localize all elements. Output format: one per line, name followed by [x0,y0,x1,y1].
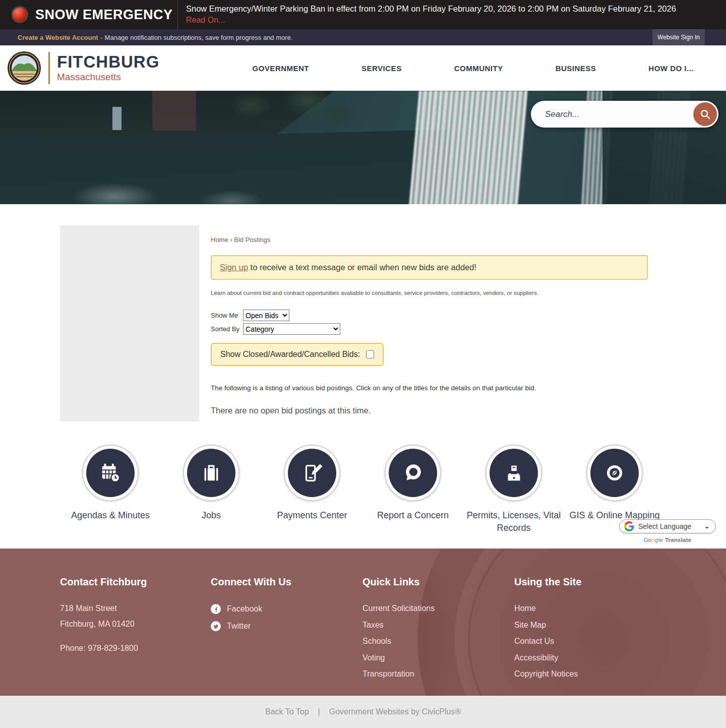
footer-connect-heading: Connect With Us [211,576,362,588]
show-me-row: Show Me Open Bids [211,310,654,321]
sorted-by-row: Sorted By Category [211,323,654,335]
nav-how-do-i[interactable]: HOW DO I... [648,64,694,73]
google-letter: G [644,537,648,543]
create-account-link[interactable]: Create a Website Account [18,34,98,41]
permits-label[interactable]: Permits, Licenses, Vital Records [466,509,562,534]
nav-government[interactable]: GOVERNMENT [253,64,310,73]
link-home[interactable]: Home [514,604,726,613]
site-footer: Contact Fitchburg 718 Main Street Fitchb… [0,549,726,696]
nav-services[interactable]: SERVICES [361,64,402,73]
civicplus-credit-link[interactable]: Government Websites by CivicPlus® [329,707,461,716]
city-name: FITCHBURG [57,53,159,70]
emergency-banner-left: SNOW EMERGENCY [0,0,177,29]
search-button[interactable] [693,102,717,126]
quick-link-permits[interactable]: Permits, Licenses, Vital Records [463,439,564,549]
google-translate-widget: Select Language ⌄ GoogleTranslate [619,519,716,543]
breadcrumb-separator: › [230,236,232,244]
show-me-label: Show Me [211,312,243,319]
hero-waterfall-main [409,91,528,204]
no-bids-message: There are no open bid postings at this t… [211,406,654,415]
payments-circle[interactable] [284,445,340,501]
permits-circle[interactable] [486,445,542,501]
emergency-message-block: Snow Emergency/Winter Parking Ban in eff… [178,0,686,29]
quick-link-payments[interactable]: Payments Center [262,439,362,549]
payments-label[interactable]: Payments Center [277,509,347,522]
link-transportation[interactable]: Transportation [362,670,514,679]
report-circle[interactable] [385,445,441,501]
alert-light-icon [11,6,28,23]
google-logo-icon [624,521,634,531]
translate-label: Translate [665,537,691,543]
twitter-link[interactable]: Twitter [211,621,362,631]
ballot-box-icon [502,461,525,484]
website-sign-in-button[interactable]: Website Sign In [652,29,705,45]
breadcrumb-home-link[interactable]: Home [211,236,228,244]
main-content: Home › Bid Postings Sign up to receive a… [0,204,726,439]
quick-link-report-concern[interactable]: Report a Concern [362,439,463,549]
agendas-label[interactable]: Agendas & Minutes [71,509,150,522]
quick-link-agendas[interactable]: Agendas & Minutes [60,439,161,549]
nav-community[interactable]: COMMUNITY [454,64,503,73]
google-translate-credit: GoogleTranslate [619,537,716,543]
hero-window [112,107,122,130]
report-circle-inner [389,449,437,497]
read-on-link[interactable]: Read On... [186,16,225,25]
report-label[interactable]: Report a Concern [377,509,449,522]
state-name: Massachusetts [57,72,159,83]
signup-banner-text: to receive a text message or email when … [248,263,476,272]
link-voting[interactable]: Voting [362,653,514,662]
site-header: FITCHBURG Massachusetts GOVERNMENT SERVI… [0,45,726,91]
hero-brick-building [152,91,196,131]
hero-image [0,91,726,204]
footer-contact-column: Contact Fitchburg 718 Main Street Fitchb… [60,549,211,696]
agendas-circle[interactable] [82,445,139,501]
footer-using-site-column: Using the Site Home Site Map Contact Us … [514,549,726,696]
emergency-message: Snow Emergency/Winter Parking Ban in eff… [186,4,676,14]
language-select-label: Select Language [638,522,691,530]
jobs-label[interactable]: Jobs [202,509,221,522]
back-to-top-link[interactable]: Back To Top [265,707,309,716]
sign-up-link[interactable]: Sign up [220,263,248,272]
nav-business[interactable]: BUSINESS [556,64,596,73]
city-seal-logo[interactable] [7,51,41,85]
listing-note: The following is a listing of various bi… [211,384,654,392]
search-input[interactable] [531,109,718,119]
facebook-link[interactable]: Facebook [211,604,362,614]
speech-bubble-icon [401,461,425,484]
chevron-down-icon: ⌄ [704,523,709,530]
gis-circle-inner [590,449,639,497]
jobs-circle-inner [187,449,235,497]
link-taxes[interactable]: Taxes [362,621,514,630]
search-icon [700,109,711,120]
jobs-circle[interactable] [183,445,239,501]
link-site-map[interactable]: Site Map [514,621,726,630]
phone-number: Phone: 978-829-1800 [60,644,211,653]
show-me-select[interactable]: Open Bids [243,310,289,321]
link-copyright-notices[interactable]: Copyright Notices [514,670,726,679]
closed-bids-label: Show Closed/Awarded/Cancelled Bids: [220,350,360,359]
link-current-solicitations[interactable]: Current Solicitations [362,604,514,613]
gis-circle[interactable] [586,445,643,501]
language-select[interactable]: Select Language ⌄ [619,519,716,533]
closed-bids-checkbox[interactable] [366,350,374,358]
twitter-label[interactable]: Twitter [227,622,251,631]
compass-icon [603,461,626,484]
payments-circle-inner [288,449,336,497]
closed-bids-toggle-box: Show Closed/Awarded/Cancelled Bids: [211,343,384,366]
account-bar-text: - Manage notification subscriptions, sav… [101,34,293,41]
link-accessibility[interactable]: Accessibility [514,653,726,662]
link-schools[interactable]: Schools [362,637,514,646]
bottom-bar: Back To Top | Government Websites by Civ… [0,696,726,728]
sorted-by-select[interactable]: Category [243,323,340,335]
quick-link-jobs[interactable]: Jobs [161,439,262,549]
quick-links-row: Agendas & Minutes Jobs [0,439,726,549]
facebook-label[interactable]: Facebook [227,604,262,614]
google-letter: e [659,537,663,543]
link-contact-us[interactable]: Contact Us [514,637,726,646]
sorted-by-label: Sorted By [211,325,243,333]
breadcrumb-current: Bid Postings [234,236,270,244]
footer-connect-column: Connect With Us Facebook Twitter [211,549,362,696]
emergency-label: SNOW EMERGENCY [35,7,173,23]
hero-spray [15,172,348,204]
facebook-icon [211,604,221,614]
